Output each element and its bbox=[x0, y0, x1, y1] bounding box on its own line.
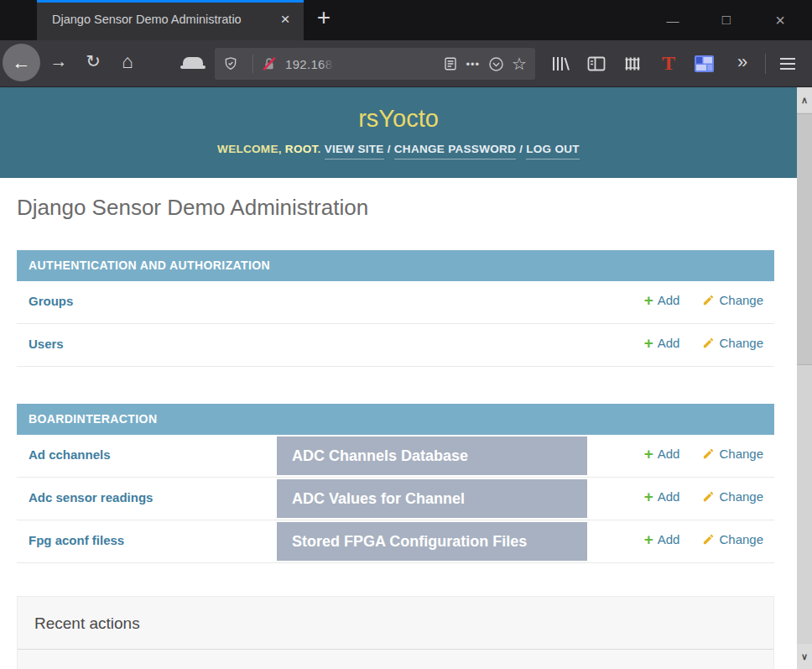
close-button[interactable]: × bbox=[753, 11, 807, 30]
recent-actions-title: Recent actions bbox=[18, 597, 773, 633]
module-boardinteraction: BOARDINTERACTION Ad cchannels ADC Channe… bbox=[17, 404, 774, 563]
module-caption: AUTHENTICATION AND AUTHORIZATION bbox=[17, 250, 774, 281]
library-icon[interactable] bbox=[549, 53, 571, 75]
scroll-down-button[interactable]: ∨ bbox=[797, 644, 812, 669]
table-row: Ad cchannels ADC Channels Database +Add … bbox=[17, 435, 774, 478]
browser-window: Django Sensor Demo Administratio × + — □… bbox=[0, 0, 812, 669]
sidebar-icon[interactable] bbox=[586, 53, 607, 75]
recent-actions-divider bbox=[18, 649, 773, 650]
scroll-up-button[interactable]: ∧ bbox=[797, 87, 812, 112]
model-link-groups[interactable]: Groups bbox=[29, 294, 73, 308]
add-link[interactable]: +Add bbox=[644, 293, 680, 307]
user-tools: WELCOME, ROOT. VIEW SITE / CHANGE PASSWO… bbox=[0, 143, 797, 155]
username: ROOT bbox=[285, 143, 318, 155]
welcome-label: WELCOME, bbox=[217, 143, 282, 155]
maximize-button[interactable]: □ bbox=[700, 12, 753, 29]
nav-toolbar: ← → ↻ ⌂ 192.168 ••• ☆ bbox=[0, 40, 812, 87]
add-link[interactable]: +Add bbox=[644, 489, 680, 504]
url-bar[interactable]: 192.168 ••• ☆ bbox=[215, 48, 535, 80]
pencil-icon bbox=[702, 294, 715, 306]
scrollbar-thumb[interactable] bbox=[797, 113, 812, 365]
plus-icon: + bbox=[644, 490, 653, 504]
model-link-adc-channels[interactable]: Ad cchannels bbox=[29, 447, 111, 462]
add-label: Add bbox=[658, 336, 680, 350]
reload-button[interactable]: ↻ bbox=[81, 51, 106, 71]
pencil-icon bbox=[702, 533, 715, 546]
tab-title-fade bbox=[242, 3, 273, 40]
active-tab[interactable]: Django Sensor Demo Administratio × bbox=[37, 0, 304, 40]
model-link-adc-sensor-readings[interactable]: Adc sensor readings bbox=[29, 490, 153, 504]
insecure-lock-icon[interactable] bbox=[261, 55, 278, 72]
add-label: Add bbox=[658, 489, 680, 504]
period: . bbox=[318, 143, 321, 155]
change-link[interactable]: Change bbox=[702, 532, 763, 546]
change-label: Change bbox=[719, 489, 763, 504]
vertical-scrollbar[interactable]: ∧ ∨ bbox=[797, 87, 812, 669]
bookmark-star-icon[interactable]: ☆ bbox=[512, 55, 527, 72]
plus-icon: + bbox=[644, 337, 653, 350]
home-button[interactable]: ⌂ bbox=[115, 50, 140, 73]
annotation-overlay: ADC Channels Database bbox=[277, 436, 587, 475]
change-label: Change bbox=[719, 447, 763, 461]
annotation-overlay: ADC Values for Channel bbox=[277, 479, 587, 518]
model-link-users[interactable]: Users bbox=[29, 337, 64, 351]
change-password-link[interactable]: CHANGE PASSWORD bbox=[394, 143, 516, 159]
site-header: rsYocto WELCOME, ROOT. VIEW SITE / CHANG… bbox=[0, 87, 797, 178]
urlbar-separator bbox=[252, 55, 253, 73]
plus-icon: + bbox=[644, 533, 653, 546]
page-actions-icon[interactable]: ••• bbox=[466, 58, 480, 71]
add-label: Add bbox=[658, 447, 680, 461]
fence-icon[interactable] bbox=[622, 53, 643, 75]
url-text[interactable]: 192.168 bbox=[285, 57, 332, 71]
url-fade bbox=[320, 57, 334, 71]
table-row: Users +Add Change bbox=[17, 324, 774, 367]
link-separator: / bbox=[388, 143, 391, 155]
link-separator: / bbox=[519, 143, 523, 155]
change-label: Change bbox=[719, 532, 763, 546]
pencil-icon bbox=[702, 447, 715, 460]
plus-icon: + bbox=[644, 294, 653, 307]
add-link[interactable]: +Add bbox=[644, 532, 680, 546]
module-auth: AUTHENTICATION AND AUTHORIZATION Groups … bbox=[17, 250, 774, 367]
change-link[interactable]: Change bbox=[702, 336, 763, 350]
change-link[interactable]: Change bbox=[702, 489, 763, 504]
model-link-fpga-conf-files[interactable]: Fpg aconf filess bbox=[29, 533, 124, 547]
new-tab-button[interactable]: + bbox=[309, 4, 339, 31]
module-caption: BOARDINTERACTION bbox=[17, 404, 774, 435]
annotation-overlay: Stored FPGA Configuration Files bbox=[277, 522, 587, 561]
change-label: Change bbox=[719, 336, 763, 350]
pencil-icon bbox=[702, 337, 715, 349]
overflow-chevrons-icon[interactable]: » bbox=[731, 51, 753, 73]
add-label: Add bbox=[658, 293, 680, 307]
plus-icon: + bbox=[644, 447, 653, 461]
change-link[interactable]: Change bbox=[702, 447, 763, 461]
reader-mode-icon[interactable] bbox=[443, 56, 458, 71]
page-title: Django Sensor Demo Administration bbox=[17, 195, 368, 221]
view-site-link[interactable]: VIEW SITE bbox=[325, 143, 384, 159]
recent-actions-panel: Recent actions My actions bbox=[17, 596, 774, 669]
window-controls: — □ × bbox=[646, 0, 807, 40]
table-row: Groups +Add Change bbox=[17, 281, 774, 324]
hamburger-menu-icon[interactable] bbox=[777, 53, 799, 75]
tab-close-button[interactable]: × bbox=[275, 9, 295, 29]
shield-icon[interactable] bbox=[223, 56, 238, 71]
pocket-icon[interactable] bbox=[488, 56, 504, 72]
site-brand[interactable]: rsYocto bbox=[0, 87, 797, 133]
hat-icon[interactable] bbox=[183, 57, 203, 66]
t-extension-icon[interactable]: T bbox=[658, 52, 679, 74]
minimize-button[interactable]: — bbox=[646, 13, 700, 28]
table-row: Adc sensor readings ADC Values for Chann… bbox=[17, 478, 774, 520]
page-content: rsYocto WELCOME, ROOT. VIEW SITE / CHANG… bbox=[0, 87, 797, 669]
change-label: Change bbox=[719, 293, 763, 307]
back-button[interactable]: ← bbox=[3, 44, 40, 81]
add-link[interactable]: +Add bbox=[644, 336, 680, 350]
tab-bar: Django Sensor Demo Administratio × + — □… bbox=[0, 0, 812, 40]
table-row: Fpg aconf filess Stored FPGA Configurati… bbox=[17, 520, 774, 563]
toolbar-separator bbox=[765, 54, 766, 74]
logout-link[interactable]: LOG OUT bbox=[526, 143, 580, 159]
change-link[interactable]: Change bbox=[702, 293, 763, 307]
tiles-extension-icon[interactable] bbox=[693, 53, 715, 75]
forward-button[interactable]: → bbox=[46, 51, 71, 71]
pencil-icon bbox=[702, 490, 715, 503]
add-link[interactable]: +Add bbox=[644, 447, 680, 461]
